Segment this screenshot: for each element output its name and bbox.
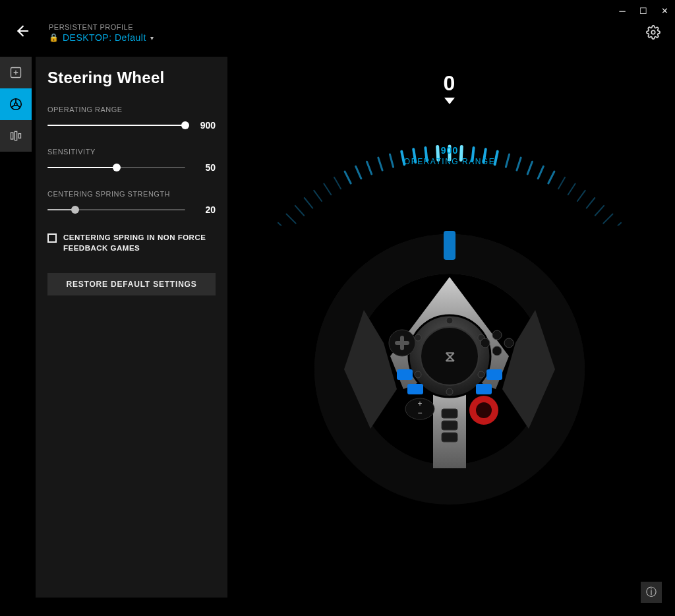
setting-sensitivity: SENSITIVITY 50 <box>47 148 216 173</box>
svg-line-37 <box>558 177 565 189</box>
svg-line-33 <box>517 158 521 170</box>
profile-selector[interactable]: 🔒 DESKTOP: Default ▾ <box>49 32 154 43</box>
svg-line-31 <box>495 152 498 165</box>
svg-point-64 <box>504 338 514 348</box>
settings-panel: Steering Wheel OPERATING RANGE 900 SENSI… <box>36 57 227 598</box>
centering-spring-checkbox[interactable]: CENTERING SPRING IN NON FORCE FEEDBACK G… <box>47 232 216 253</box>
angle-readout: 0 <box>444 71 456 96</box>
sidebar-pedals-tab[interactable] <box>0 120 32 152</box>
svg-rect-76 <box>442 409 457 418</box>
operating-range-value: 900 <box>193 120 216 131</box>
svg-point-58 <box>478 371 484 378</box>
operating-range-label: OPERATING RANGE <box>47 106 216 113</box>
svg-line-41 <box>595 206 604 216</box>
angle-indicator-arrow <box>444 98 455 104</box>
svg-point-59 <box>446 388 453 395</box>
panel-title: Steering Wheel <box>47 69 216 87</box>
svg-rect-6 <box>18 134 20 139</box>
window-minimize-button[interactable]: ─ <box>616 4 629 17</box>
svg-text:−: − <box>417 408 422 417</box>
svg-rect-70 <box>476 384 492 394</box>
info-button[interactable]: ⓘ <box>641 582 662 603</box>
sidebar-wheel-tab[interactable] <box>0 88 32 120</box>
chevron-down-icon: ▾ <box>150 34 154 42</box>
sensitivity-value: 50 <box>193 162 216 173</box>
svg-line-42 <box>603 214 612 224</box>
checkbox-box <box>47 233 57 243</box>
svg-line-12 <box>287 214 296 224</box>
svg-line-39 <box>577 191 585 201</box>
svg-line-13 <box>295 206 304 216</box>
svg-line-17 <box>334 177 341 189</box>
svg-line-43 <box>611 223 621 226</box>
svg-rect-68 <box>407 384 423 394</box>
operating-range-gauge <box>265 113 634 226</box>
sensitivity-label: SENSITIVITY <box>47 148 216 156</box>
svg-line-22 <box>390 154 393 167</box>
svg-line-11 <box>278 223 288 226</box>
steering-wheel-graphic: ⧖ + − <box>298 218 601 521</box>
profile-heading: PERSISTENT PROFILE <box>49 23 154 31</box>
setting-centering-spring: CENTERING SPRING STRENGTH 20 <box>47 190 216 215</box>
svg-line-20 <box>367 162 372 174</box>
centering-spring-label: CENTERING SPRING STRENGTH <box>47 190 216 198</box>
gauge-range-value: 900 <box>441 145 458 156</box>
svg-line-35 <box>538 166 543 178</box>
svg-point-3 <box>15 103 17 106</box>
svg-rect-77 <box>442 421 457 430</box>
centering-spring-slider[interactable] <box>47 204 185 215</box>
window-close-button[interactable]: ✕ <box>658 4 671 17</box>
lock-icon: 🔒 <box>49 33 59 42</box>
svg-line-19 <box>356 166 361 178</box>
svg-point-61 <box>415 334 421 341</box>
svg-rect-67 <box>397 369 413 380</box>
svg-rect-5 <box>15 131 16 140</box>
svg-text:⧖: ⧖ <box>445 348 455 365</box>
svg-point-56 <box>446 317 453 324</box>
svg-line-21 <box>378 158 382 170</box>
svg-line-34 <box>527 162 532 174</box>
restore-defaults-button[interactable]: RESTORE DEFAULT SETTINGS <box>47 273 216 295</box>
svg-text:+: + <box>417 399 422 408</box>
svg-line-14 <box>305 198 313 208</box>
svg-line-16 <box>324 183 331 195</box>
svg-line-32 <box>506 154 509 167</box>
window-maximize-button[interactable]: ☐ <box>637 4 650 17</box>
svg-line-36 <box>548 171 554 183</box>
svg-rect-78 <box>442 433 457 442</box>
svg-point-60 <box>415 371 421 378</box>
checkbox-label: CENTERING SPRING IN NON FORCE FEEDBACK G… <box>63 232 216 253</box>
gauge-range-label: OPERATING RANGE <box>404 157 495 166</box>
svg-point-65 <box>492 346 502 355</box>
setting-operating-range: OPERATING RANGE 900 <box>47 106 216 131</box>
svg-rect-4 <box>11 133 13 139</box>
svg-point-75 <box>476 402 492 418</box>
settings-button[interactable] <box>646 25 660 43</box>
centering-spring-value: 20 <box>193 204 216 215</box>
sidebar-add-profile[interactable] <box>0 57 32 88</box>
svg-line-38 <box>568 183 575 195</box>
svg-point-66 <box>481 338 490 348</box>
operating-range-slider[interactable] <box>47 120 185 131</box>
svg-line-18 <box>345 171 351 183</box>
svg-line-15 <box>314 191 322 201</box>
svg-rect-69 <box>486 369 502 380</box>
svg-rect-51 <box>444 231 455 260</box>
back-button[interactable] <box>13 24 30 42</box>
profile-desktop-label: DESKTOP: Default <box>63 32 146 43</box>
svg-point-63 <box>492 330 502 340</box>
svg-point-0 <box>651 30 655 34</box>
svg-line-40 <box>587 198 595 208</box>
sensitivity-slider[interactable] <box>47 162 185 173</box>
